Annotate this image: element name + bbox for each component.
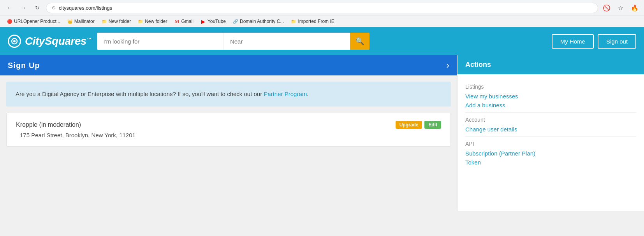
- edit-badge[interactable]: Edit: [424, 121, 441, 129]
- business-badges: Upgrade Edit: [396, 121, 441, 129]
- youtube-label: YouTube: [208, 19, 226, 24]
- search-container: 🔍: [97, 33, 370, 50]
- signup-banner[interactable]: Sign Up ›: [0, 55, 457, 75]
- partner-text-after: .: [307, 91, 308, 97]
- sidebar-content: Listings View my businesses Add a busine…: [457, 74, 644, 174]
- account-label: Account: [465, 117, 636, 123]
- upgrade-badge[interactable]: Upgrade: [396, 121, 422, 129]
- address-icon: ⊙: [52, 5, 56, 10]
- browser-toolbar: ← → ↻ ⊙ citysquares.com/listings 🚫 ☆ 🔥: [0, 0, 644, 16]
- svg-point-1: [13, 40, 16, 42]
- business-name: Kropple (in moderation): [16, 121, 81, 128]
- subscription-link[interactable]: Subscription (Partner Plan): [465, 150, 636, 157]
- forward-button[interactable]: →: [18, 2, 29, 13]
- business-address: 175 Pearl Street, Brooklyn, New York, 11…: [16, 132, 441, 138]
- header-actions: My Home Sign out: [552, 34, 636, 49]
- logo-icon: [8, 35, 21, 48]
- mailinator-label: Mailinator: [74, 19, 95, 24]
- main-layout: Sign Up › Are you a Digital Agency or En…: [0, 55, 644, 211]
- my-home-button[interactable]: My Home: [552, 34, 594, 49]
- new-folder-1-label: New folder: [109, 19, 131, 24]
- urlopener-label: URLOpener Product...: [14, 19, 60, 24]
- address-bar[interactable]: ⊙ citysquares.com/listings: [46, 3, 598, 13]
- browser-icons: 🚫 ☆ 🔥: [601, 2, 640, 13]
- bookmark-domain-authority[interactable]: 🔗 Domain Authority C...: [230, 17, 287, 25]
- sidebar: Actions Listings View my businesses Add …: [457, 55, 644, 211]
- refresh-button[interactable]: ↻: [32, 2, 43, 13]
- logo-text: CitySquares™: [25, 35, 91, 47]
- new-folder-1-favicon: 📁: [102, 19, 107, 24]
- youtube-favicon: ▶: [201, 19, 206, 24]
- domain-authority-label: Domain Authority C...: [240, 19, 284, 24]
- bookmark-new-folder-2[interactable]: 📁 New folder: [135, 17, 170, 25]
- url-text: citysquares.com/listings: [59, 5, 112, 11]
- api-label: API: [465, 141, 636, 147]
- business-card-header: Kropple (in moderation) Upgrade Edit: [16, 121, 441, 129]
- sidebar-header: Actions: [457, 55, 644, 74]
- signup-text: Sign Up: [8, 61, 40, 70]
- new-folder-2-favicon: 📁: [138, 19, 143, 24]
- search-button[interactable]: 🔍: [350, 33, 370, 50]
- star-icon[interactable]: ☆: [615, 2, 626, 13]
- imported-ie-label: Imported From IE: [298, 19, 334, 24]
- bookmark-urlopener[interactable]: 🔴 URLOpener Product...: [4, 17, 63, 25]
- add-business-link[interactable]: Add a business: [465, 102, 636, 108]
- signup-arrow-icon: ›: [446, 60, 449, 71]
- bookmark-youtube[interactable]: ▶ YouTube: [197, 17, 229, 25]
- listings-label: Listings: [465, 84, 636, 90]
- business-card: Kropple (in moderation) Upgrade Edit 175…: [6, 113, 451, 147]
- new-folder-2-label: New folder: [145, 19, 167, 24]
- partner-box: Are you a Digital Agency or Enterprise w…: [6, 82, 451, 107]
- token-link[interactable]: Token: [465, 159, 636, 166]
- bookmark-new-folder-1[interactable]: 📁 New folder: [99, 17, 134, 25]
- bookmarks-bar: 🔴 URLOpener Product... 👑 Mailinator 📁 Ne…: [0, 16, 644, 27]
- bookmark-mailinator[interactable]: 👑 Mailinator: [64, 17, 98, 25]
- view-businesses-link[interactable]: View my businesses: [465, 93, 636, 100]
- eye-slash-icon[interactable]: 🚫: [601, 2, 612, 13]
- fire-icon[interactable]: 🔥: [629, 2, 640, 13]
- logo-area: CitySquares™: [8, 35, 91, 48]
- browser-chrome: ← → ↻ ⊙ citysquares.com/listings 🚫 ☆ 🔥 🔴…: [0, 0, 644, 27]
- near-input[interactable]: [223, 33, 350, 50]
- gmail-favicon: M: [174, 19, 179, 24]
- urlopener-favicon: 🔴: [7, 19, 12, 24]
- content-area: Sign Up › Are you a Digital Agency or En…: [0, 55, 457, 211]
- sign-out-button[interactable]: Sign out: [598, 34, 636, 49]
- app-header: CitySquares™ 🔍 My Home Sign out: [0, 27, 644, 55]
- sidebar-divider-2: [465, 136, 636, 137]
- domain-authority-favicon: 🔗: [233, 19, 238, 24]
- imported-ie-favicon: 📁: [291, 19, 296, 24]
- search-input[interactable]: [97, 33, 223, 50]
- back-button[interactable]: ←: [4, 2, 15, 13]
- gmail-label: Gmail: [181, 19, 193, 24]
- sidebar-divider-1: [465, 112, 636, 113]
- bookmark-gmail[interactable]: M Gmail: [171, 17, 196, 25]
- change-user-link[interactable]: Change user details: [465, 126, 636, 133]
- bookmark-imported-ie[interactable]: 📁 Imported From IE: [288, 17, 337, 25]
- mailinator-favicon: 👑: [67, 19, 73, 24]
- partner-text-before: Are you a Digital Agency or Enterprise w…: [16, 91, 262, 97]
- partner-program-link[interactable]: Partner Program: [264, 91, 307, 97]
- search-icon: 🔍: [355, 37, 364, 45]
